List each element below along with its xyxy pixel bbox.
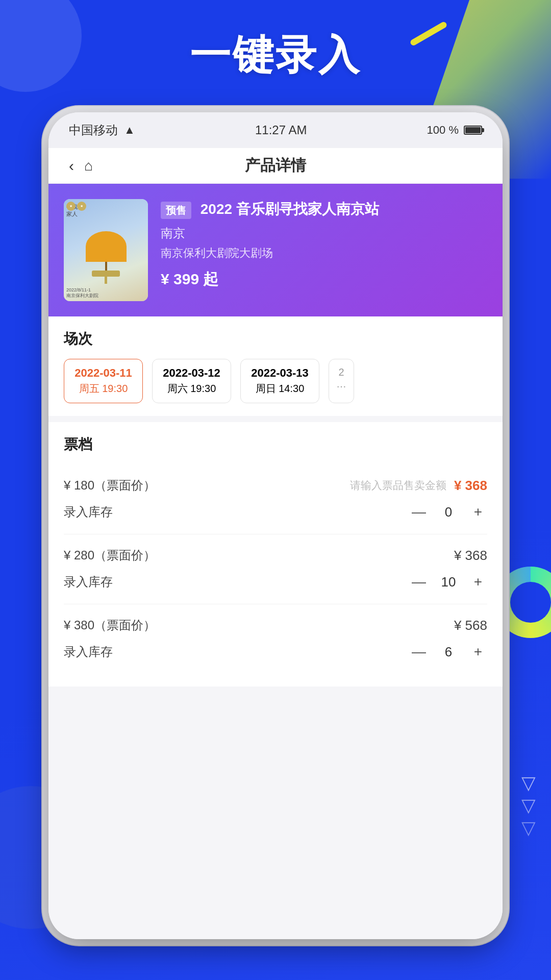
ticket-row-2: ¥ 380（票面价） ¥ 568	[64, 617, 487, 633]
inventory-row-0: 录入库存 — 0 +	[64, 503, 487, 521]
sessions-section: 场次 2022-03-11 周五 19:30 2022-03-12 周六 19:…	[48, 316, 503, 416]
scroll-content[interactable]: 寻找家人 2022/8/11-1南京保利大剧院 ★ ★ 预售	[48, 184, 503, 939]
ticket-title: 票档	[64, 435, 487, 454]
face-price-1: ¥ 280（票面价）	[64, 547, 156, 564]
carrier-label: 中国移动	[69, 122, 118, 138]
status-time: 11:27 AM	[255, 123, 307, 137]
battery-percent: 100 %	[427, 124, 459, 137]
product-city: 南京	[161, 225, 487, 241]
inventory-row-2: 录入库存 — 6 +	[64, 643, 487, 661]
inventory-label-1: 录入库存	[64, 574, 113, 590]
face-price-2: ¥ 380（票面价）	[64, 617, 156, 633]
phone-frame: 中国移动 ▲ 11:27 AM 100 % ‹ ⌂ 产品详情 寻找家人	[48, 112, 503, 939]
stepper-plus-1[interactable]: +	[469, 573, 487, 591]
battery-icon	[464, 126, 482, 135]
stepper-plus-2[interactable]: +	[469, 643, 487, 661]
stepper-minus-2[interactable]: —	[410, 643, 428, 661]
date-item-0[interactable]: 2022-03-11 周五 19:30	[64, 359, 143, 403]
cover-umbrella	[86, 231, 127, 262]
nav-title: 产品详情	[245, 155, 306, 176]
ticket-tier-1: ¥ 280（票面价） ¥ 368 录入库存 — 10 +	[64, 534, 487, 604]
inventory-label-2: 录入库存	[64, 644, 113, 660]
stepper-0[interactable]: — 0 +	[410, 503, 487, 521]
date-item-1[interactable]: 2022-03-12 周六 19:30	[152, 359, 231, 403]
product-info: 预售 2022 音乐剧寻找家人南京站 南京 南京保利大剧院大剧场 ¥ 399 起	[161, 199, 487, 290]
stepper-1[interactable]: — 10 +	[410, 573, 487, 591]
cover-bottom-text: 2022/8/11-1南京保利大剧院	[66, 287, 98, 299]
product-header: 寻找家人 2022/8/11-1南京保利大剧院 ★ ★ 预售	[48, 184, 503, 316]
date-text-0: 2022-03-11	[72, 366, 134, 380]
date-text-1: 2022-03-12	[161, 366, 222, 380]
sell-price-0: ¥ 368	[454, 478, 487, 494]
product-cover: 寻找家人 2022/8/11-1南京保利大剧院 ★ ★	[64, 199, 148, 301]
page-title: 一键录入	[0, 28, 551, 83]
status-battery: 100 %	[427, 124, 482, 137]
time-text-2: 周日 14:30	[249, 382, 311, 396]
ticket-section: 票档 ¥ 180（票面价） 请输入票品售卖金额 ¥ 368 录入库存 — 0 +	[48, 422, 503, 687]
wifi-icon: ▲	[124, 124, 135, 137]
sessions-title: 场次	[64, 329, 487, 349]
date-item-partial[interactable]: 2…	[329, 359, 354, 403]
time-text-1: 周六 19:30	[161, 382, 222, 396]
product-name: 预售 2022 音乐剧寻找家人南京站	[161, 199, 487, 219]
partial-date-text: 2…	[336, 366, 346, 389]
stepper-minus-1[interactable]: —	[410, 573, 428, 591]
ticket-row-0: ¥ 180（票面价） 请输入票品售卖金额 ¥ 368	[64, 477, 487, 494]
time-text-0: 周五 19:30	[72, 382, 134, 396]
date-item-2[interactable]: 2022-03-13 周日 14:30	[240, 359, 319, 403]
stepper-minus-0[interactable]: —	[410, 503, 428, 521]
sell-price-1: ¥ 368	[454, 548, 487, 564]
input-placeholder-0: 请输入票品售卖金额	[350, 478, 446, 493]
ticket-row-1: ¥ 280（票面价） ¥ 368	[64, 547, 487, 564]
ticket-tier-0: ¥ 180（票面价） 请输入票品售卖金额 ¥ 368 录入库存 — 0 +	[64, 464, 487, 534]
back-button[interactable]: ‹	[69, 157, 74, 175]
nav-bar: ‹ ⌂ 产品详情	[48, 148, 503, 184]
sell-price-2: ¥ 568	[454, 618, 487, 633]
inventory-row-1: 录入库存 — 10 +	[64, 573, 487, 591]
ticket-tier-2: ¥ 380（票面价） ¥ 568 录入库存 — 6 +	[64, 604, 487, 674]
face-price-0: ¥ 180（票面价）	[64, 477, 156, 494]
stepper-value-2: 6	[441, 644, 456, 660]
stepper-value-0: 0	[441, 504, 456, 520]
stepper-value-1: 10	[441, 574, 456, 590]
inventory-label-0: 录入库存	[64, 504, 113, 520]
home-button[interactable]: ⌂	[84, 158, 93, 174]
date-text-2: 2022-03-13	[249, 366, 311, 380]
status-carrier-wifi: 中国移动 ▲	[69, 122, 135, 138]
product-venue: 南京保利大剧院大剧场	[161, 246, 487, 261]
presale-badge: 预售	[161, 202, 191, 219]
product-price: ¥ 399 起	[161, 269, 487, 290]
stepper-plus-0[interactable]: +	[469, 503, 487, 521]
status-bar: 中国移动 ▲ 11:27 AM 100 %	[48, 112, 503, 148]
bg-arrows-right: ▽ ▽ ▽	[521, 774, 536, 837]
date-list: 2022-03-11 周五 19:30 2022-03-12 周六 19:30 …	[64, 359, 487, 403]
stepper-2[interactable]: — 6 +	[410, 643, 487, 661]
ticket-input-area-0[interactable]: 请输入票品售卖金额 ¥ 368	[350, 478, 487, 494]
bg-ring-right	[495, 567, 551, 638]
